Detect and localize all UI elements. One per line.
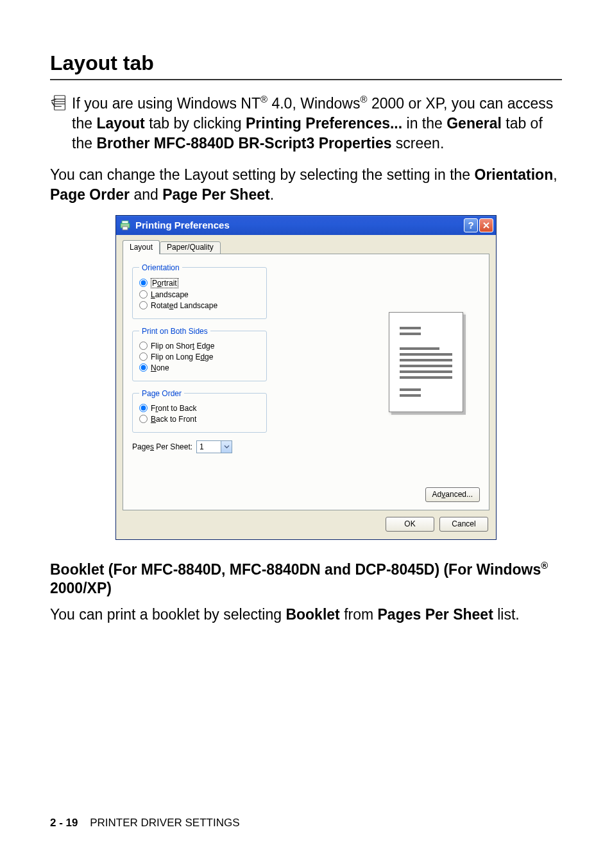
paragraph-booklet: You can print a booklet by selecting Boo… xyxy=(50,605,562,625)
printing-preferences-dialog: Printing Preferences ? Layout Paper/Qual… xyxy=(115,215,497,540)
tab-pane-layout: Orientation Portrait Landscape xyxy=(123,254,489,510)
radio-portrait[interactable]: Portrait xyxy=(139,278,260,288)
pps-label: Pages Per Sheet: xyxy=(132,442,192,451)
page-number: 2 - 19 xyxy=(50,817,78,829)
radio-rotated-landscape[interactable]: Rotated Landscape xyxy=(139,301,260,310)
radio-flip-short-input[interactable] xyxy=(139,342,148,350)
heading-layout-tab: Layout tab xyxy=(50,51,562,75)
legend-page-order: Page Order xyxy=(139,389,184,398)
svg-rect-0 xyxy=(55,96,65,110)
radio-rotated-input[interactable] xyxy=(139,301,148,309)
printer-icon xyxy=(120,220,132,231)
radio-flip-long[interactable]: Flip on Long Edge xyxy=(139,352,260,361)
radio-landscape[interactable]: Landscape xyxy=(139,290,260,299)
section-name: PRINTER DRIVER SETTINGS xyxy=(90,817,239,829)
group-orientation: Orientation Portrait Landscape xyxy=(132,263,267,319)
heading-rule xyxy=(50,79,562,80)
titlebar-text: Printing Preferences xyxy=(135,220,463,230)
legend-duplex: Print on Both Sides xyxy=(139,327,210,336)
advanced-button[interactable]: Advanced... xyxy=(425,487,480,502)
radio-front-to-back[interactable]: Front to Back xyxy=(139,404,260,413)
pages-per-sheet-row: Pages Per Sheet: 1 xyxy=(132,440,267,453)
help-button[interactable]: ? xyxy=(464,218,478,232)
legend-orientation: Orientation xyxy=(139,263,182,272)
radio-btf-input[interactable] xyxy=(139,415,148,423)
radio-portrait-input[interactable] xyxy=(139,279,148,287)
group-page-order: Page Order Front to Back Back to Front xyxy=(132,389,267,433)
group-print-both-sides: Print on Both Sides Flip on Short Edge F… xyxy=(132,327,267,381)
radio-flip-long-input[interactable] xyxy=(139,352,148,361)
tab-paper-quality[interactable]: Paper/Quality xyxy=(160,241,221,254)
radio-landscape-input[interactable] xyxy=(139,290,148,299)
dialog-footer: OK Cancel xyxy=(123,510,489,533)
close-button[interactable] xyxy=(479,218,493,232)
radio-none[interactable]: None xyxy=(139,363,260,372)
svg-rect-3 xyxy=(123,227,128,230)
radio-back-to-front[interactable]: Back to Front xyxy=(139,415,260,424)
radio-ftb-input[interactable] xyxy=(139,404,148,412)
layout-preview xyxy=(389,312,463,412)
titlebar[interactable]: Printing Preferences ? xyxy=(116,216,496,235)
radio-flip-short[interactable]: Flip on Short Edge xyxy=(139,342,260,351)
pages-per-sheet-combo[interactable]: 1 xyxy=(196,440,232,453)
cancel-button[interactable]: Cancel xyxy=(439,517,488,532)
page-footer: 2 - 19 PRINTER DRIVER SETTINGS xyxy=(50,817,240,829)
radio-none-input[interactable] xyxy=(139,363,148,372)
tab-layout[interactable]: Layout xyxy=(123,240,160,254)
ok-button[interactable]: OK xyxy=(386,517,434,532)
note-text: If you are using Windows NT® 4.0, Window… xyxy=(72,93,562,153)
paragraph-intro: You can change the Layout setting by sel… xyxy=(50,165,562,205)
note-icon xyxy=(50,93,72,115)
chevron-down-icon[interactable] xyxy=(221,441,232,453)
pps-value: 1 xyxy=(200,442,204,451)
heading-booklet: Booklet (For MFC-8840D, MFC-8840DN and D… xyxy=(50,559,562,598)
